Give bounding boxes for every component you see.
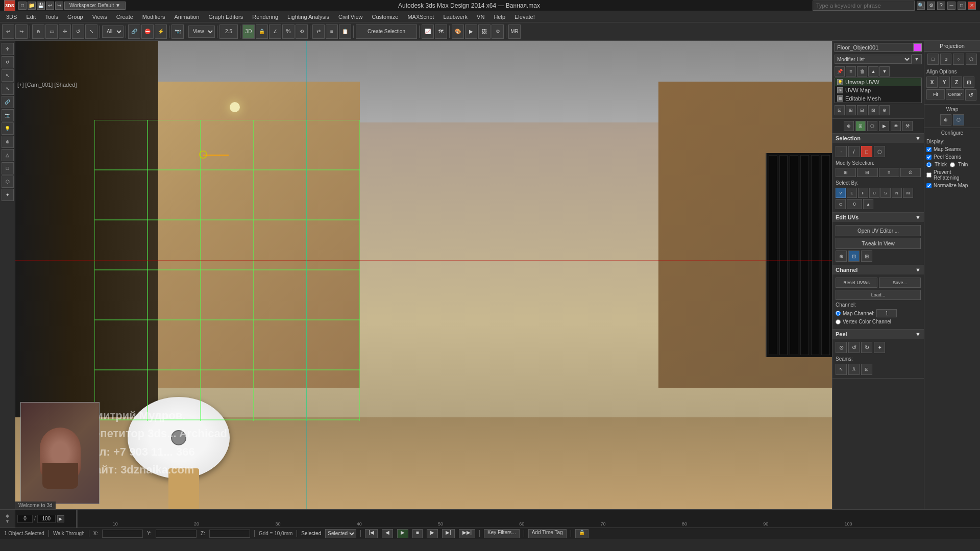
select-btn[interactable]: 🖱 [32,24,44,39]
menu-create[interactable]: Create [112,13,137,21]
sel-none-btn[interactable]: ∅ [900,168,921,177]
key-filter-btn[interactable]: Key Filters... [484,529,520,538]
mod-btn4[interactable]: ⊠ [868,105,878,115]
sel-by-edge-btn[interactable]: E [847,188,857,198]
seam-btn1[interactable]: ↖ [836,364,847,375]
menu-views[interactable]: Views [88,13,111,21]
menu-edit[interactable]: Edit [22,13,40,21]
object-color-swatch[interactable] [914,43,922,52]
link-btn[interactable]: 🔗 [128,24,140,39]
y-coord-input[interactable] [156,530,197,538]
rotate-btn[interactable]: ↺ [72,24,84,39]
menu-group[interactable]: Group [63,13,87,21]
mod-move-up-btn[interactable]: ▲ [868,66,878,77]
peel-btn2[interactable]: ↺ [848,342,860,353]
menu-elevate[interactable]: Elevate! [510,13,539,21]
lt-helper[interactable]: ⊕ [2,136,14,148]
sel-by-col-btn[interactable]: C [836,199,846,209]
mod-btn5[interactable]: ⊕ [879,105,890,115]
peel-seams-checkbox[interactable] [926,155,932,160]
map-channel-input[interactable] [876,309,897,317]
menu-graph-editors[interactable]: Graph Editors [204,13,247,21]
x-coord-input[interactable] [102,530,143,538]
undo-btn[interactable]: ↩ [46,2,54,10]
sel-vertex-btn[interactable]: · [836,146,847,157]
render-settings-btn[interactable]: ⚙ [492,24,504,39]
panel-tab-modify[interactable]: ⊞ [855,121,866,131]
lt-particle[interactable]: ✦ [2,189,14,201]
menu-customize[interactable]: Customize [368,13,402,21]
auto-key-dropdown[interactable]: Selected [325,529,356,538]
next-frame-btn[interactable]: ▶| [442,529,455,538]
schematic-btn[interactable]: 🗺 [435,24,447,39]
uv-edit-icon2[interactable]: ⊡ [848,251,860,262]
menu-lighting[interactable]: Lighting Analysis [283,13,333,21]
normalize-map-checkbox[interactable] [926,183,932,188]
lt-light[interactable]: 💡 [2,122,14,135]
menu-laubwerk[interactable]: Laubwerk [439,13,472,21]
wrap-btn2[interactable]: ⬡ [953,114,964,126]
panel-tab-create[interactable]: ⊕ [844,121,854,131]
menu-help[interactable]: Help [489,13,509,21]
mirror-btn[interactable]: ⇄ [312,24,325,39]
scale-btn[interactable]: ⤡ [85,24,97,39]
contract-sel-btn[interactable]: ⊟ [857,168,877,177]
lt-rotate[interactable]: ↺ [2,56,14,68]
lt-camera[interactable]: 📷 [2,109,14,121]
sel-by-vertex-btn[interactable]: V [836,188,846,198]
proj-cylinder-btn[interactable]: ⌀ [940,54,951,65]
modifier-item-uvwmap[interactable]: 👁 UVW Map [835,86,921,94]
menu-civil[interactable]: Civil View [334,13,366,21]
search-input[interactable] [813,1,915,11]
sel-by-mat-btn[interactable]: M [903,188,913,198]
curve-editor-btn[interactable]: 📈 [422,24,434,39]
sel-element-btn[interactable]: ⬡ [874,146,885,157]
panel-tab-hierarchy[interactable]: ⬡ [867,121,877,131]
peel-btn4[interactable]: ✦ [874,342,885,353]
save-btn[interactable]: 💾 [37,2,45,10]
timeline-track[interactable]: 10 20 30 40 50 60 70 80 90 100 [77,510,980,528]
timeline-arrow-btn[interactable]: ▶ [57,515,64,522]
menu-3ds[interactable]: 3DS [2,13,21,21]
proj-sphere-btn[interactable]: ○ [953,54,964,65]
edit-uvs-header[interactable]: Edit UVs ▼ [832,213,924,222]
wrap-btn1[interactable]: ⊕ [940,114,951,126]
snap-toggle-btn[interactable]: 🔒 [256,24,268,39]
undo-toolbar-btn[interactable]: ↩ [2,24,14,39]
lt-geo[interactable]: □ [2,162,14,174]
layer-btn[interactable]: 📋 [339,24,351,39]
lt-compound[interactable]: ⬡ [2,176,14,188]
align-y-btn[interactable]: Y [939,77,950,88]
map-seams-checkbox[interactable] [926,147,932,152]
open-uv-editor-btn[interactable]: Open UV Editor ... [836,225,921,236]
selection-header[interactable]: Selection ▼ [832,134,924,143]
modifier-item-unwrap[interactable]: 💡 Unwrap UVW [835,78,921,86]
key-mode-icon[interactable]: ◆ [6,513,9,518]
menu-tools[interactable]: Tools [41,13,62,21]
align-x-btn[interactable]: X [926,77,938,88]
menu-rendering[interactable]: Rendering [248,13,282,21]
menu-animation[interactable]: Animation [170,13,203,21]
modifier-list-dropdown[interactable]: Modifier List [835,55,912,64]
lt-select[interactable]: ↖ [2,69,14,82]
number-field[interactable]: 2.5 [219,24,238,39]
load-channel-btn[interactable]: Load... [836,290,921,300]
sel-all-btn[interactable]: ≡ [879,168,899,177]
settings-icon[interactable]: ⚙ [927,2,935,10]
play-btn[interactable]: ▶ [397,529,408,538]
mod-move-down-btn[interactable]: ▼ [879,66,890,77]
peel-btn3[interactable]: ↻ [861,342,872,353]
prevent-refl-checkbox[interactable] [926,172,932,178]
mod-btn2[interactable]: ⊞ [846,105,856,115]
spinner-snap-btn[interactable]: ⟲ [296,24,308,39]
lt-shape[interactable]: △ [2,149,14,161]
fit-btn[interactable]: Fit [926,89,945,99]
align-extra-btn[interactable]: ⊡ [963,77,974,88]
prev-key-btn[interactable]: ◀ [382,529,393,538]
help-icon[interactable]: ? [937,2,945,10]
mod-btn3[interactable]: ⊟ [857,105,867,115]
vertex-color-radio[interactable] [836,319,841,324]
end-btn[interactable]: ▶▶| [459,529,476,538]
filter-icon[interactable]: ▼ [5,519,10,524]
save-channel-btn[interactable]: Save... [879,278,921,288]
